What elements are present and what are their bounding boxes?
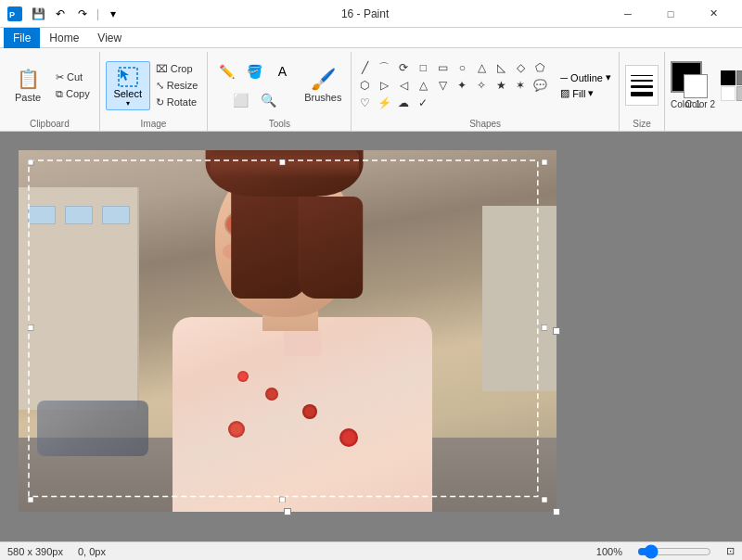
- bangs: [211, 150, 359, 178]
- shape-diamond[interactable]: ◇: [511, 59, 530, 76]
- app-icon: P: [7, 6, 22, 21]
- collar: [284, 328, 321, 356]
- status-bar: 580 x 390px 0, 0px 100% ⊡: [0, 541, 742, 560]
- undo-qa-button[interactable]: ↶: [50, 4, 70, 24]
- save-qa-button[interactable]: 💾: [28, 4, 48, 24]
- zoom-fit-icon[interactable]: ⊡: [726, 545, 735, 557]
- home-menu[interactable]: Home: [40, 28, 88, 48]
- canvas-area[interactable]: [0, 132, 742, 541]
- color-palette: [721, 70, 742, 101]
- window-1: [28, 206, 56, 224]
- shapes-grid: ╱ ⌒ ⟳ □ ▭ ○ △ ◺ ◇ ⬠ ⬡ ▷ ◁ △ ▽ ✦ ✧ ★ ✶ �: [355, 59, 549, 111]
- shape-4arrow[interactable]: ✦: [453, 77, 471, 94]
- zoom-slider[interactable]: [637, 544, 711, 559]
- shape-lightning[interactable]: ⚡: [375, 95, 393, 111]
- select-icon: [117, 66, 139, 88]
- size-line-3: [631, 85, 653, 88]
- shape-curve[interactable]: ⌒: [375, 59, 393, 76]
- clipboard-small-group: ✂ Cut ⧉ Copy: [52, 57, 94, 114]
- view-menu[interactable]: View: [88, 28, 131, 48]
- shape-triangle[interactable]: △: [472, 59, 491, 76]
- color-picker-tool[interactable]: 🔍: [255, 87, 281, 113]
- shape-right-arrow[interactable]: ▷: [375, 77, 393, 94]
- rotate-button[interactable]: ↻ Rotate: [152, 95, 202, 110]
- copy-icon: ⧉: [56, 88, 63, 100]
- svg-text:P: P: [9, 10, 15, 19]
- shape-right-triangle[interactable]: ◺: [492, 59, 510, 76]
- cursor-position: 0, 0px: [78, 546, 106, 557]
- canvas-handle-br[interactable]: [553, 508, 560, 515]
- title-bar: P 💾 ↶ ↷ | ▾ 16 - Paint ─ □ ✕: [0, 0, 742, 28]
- svg-marker-3: [121, 70, 129, 81]
- color2-box[interactable]: [684, 74, 708, 98]
- qa-divider: |: [96, 7, 99, 20]
- shape-line[interactable]: ╱: [355, 59, 374, 76]
- flower-1: [228, 421, 245, 438]
- size-selector[interactable]: [625, 65, 659, 106]
- palette-color-0[interactable]: [721, 70, 736, 85]
- clipboard-group: 📋 Paste ✂ Cut ⧉ Copy Clipboard: [0, 52, 100, 131]
- shapes-label: Shapes: [469, 119, 501, 131]
- size-content: [625, 54, 659, 117]
- shape-pentagon[interactable]: ⬠: [531, 59, 549, 76]
- shape-rect-round[interactable]: ▭: [433, 59, 452, 76]
- shape-callout[interactable]: 💬: [531, 77, 549, 94]
- size-group: Size: [620, 52, 665, 131]
- maximize-button[interactable]: □: [649, 0, 692, 28]
- fill-button[interactable]: ▨ Fill ▾: [556, 86, 615, 100]
- woman-body: [154, 308, 451, 512]
- pencil-tool[interactable]: ✏️: [213, 58, 239, 84]
- shape-hex[interactable]: ⬡: [355, 77, 374, 94]
- flower-2: [265, 388, 278, 401]
- shape-heart[interactable]: ♡: [355, 95, 374, 111]
- canvas-image[interactable]: [19, 150, 556, 512]
- shape-cloud[interactable]: ☁: [394, 95, 413, 111]
- resize-button[interactable]: ⤡ Resize: [152, 78, 202, 94]
- palette-color-11[interactable]: [736, 86, 742, 101]
- cut-icon: ✂: [56, 71, 64, 83]
- shape-check[interactable]: ✓: [414, 95, 432, 111]
- canvas-handle-bm[interactable]: [284, 508, 291, 515]
- image-content: Select ▾ ⌧ Crop ⤡ Resize ↻ Rotate: [106, 54, 202, 117]
- canvas-handle-mr[interactable]: [553, 327, 560, 335]
- color-group: Color 1 Color 2 Colors: [665, 52, 742, 131]
- size-line-4: [631, 92, 653, 96]
- shape-down-arrow[interactable]: ▽: [433, 77, 452, 94]
- crop-button[interactable]: ⌧ Crop: [152, 61, 202, 77]
- shape-rect[interactable]: □: [414, 59, 432, 76]
- fill-tool[interactable]: 🪣: [241, 58, 267, 84]
- brushes-button[interactable]: 🖌️ Brushes: [301, 57, 345, 114]
- building-right: [482, 206, 556, 391]
- shape-freeform[interactable]: ⟳: [394, 59, 413, 76]
- palette-color-1[interactable]: [736, 70, 742, 85]
- rotate-icon: ↻: [156, 96, 164, 108]
- select-button[interactable]: Select ▾: [106, 61, 150, 110]
- text-tool[interactable]: A: [269, 58, 295, 84]
- shape-star5[interactable]: ★: [492, 77, 510, 94]
- image-label: Image: [141, 119, 167, 131]
- outline-button[interactable]: ─ Outline ▾: [556, 70, 615, 84]
- shape-up-arrow[interactable]: △: [414, 77, 432, 94]
- image-group: Select ▾ ⌧ Crop ⤡ Resize ↻ Rotate Ima: [100, 52, 209, 131]
- window-controls: ─ □ ✕: [607, 0, 735, 28]
- qa-dropdown-button[interactable]: ▾: [103, 4, 123, 24]
- redo-qa-button[interactable]: ↷: [72, 4, 93, 24]
- shape-left-arrow[interactable]: ◁: [394, 77, 413, 94]
- copy-button[interactable]: ⧉ Copy: [52, 86, 94, 102]
- palette-color-10[interactable]: [721, 86, 736, 101]
- shape-star6[interactable]: ✶: [511, 77, 530, 94]
- fill-icon: ▨: [560, 87, 569, 99]
- outline-fill-controls: ─ Outline ▾ ▨ Fill ▾: [556, 70, 615, 100]
- color2-label: Color 2: [685, 99, 715, 109]
- cut-button[interactable]: ✂ Cut: [52, 70, 94, 85]
- file-menu[interactable]: File: [4, 28, 40, 48]
- eraser-tool[interactable]: ⬜: [227, 87, 253, 113]
- paste-button[interactable]: 📋 Paste: [6, 57, 50, 114]
- flower-3: [302, 404, 317, 419]
- shape-ellipse[interactable]: ○: [453, 59, 471, 76]
- minimize-button[interactable]: ─: [607, 0, 649, 28]
- close-button[interactable]: ✕: [692, 0, 735, 28]
- car-blurred: [37, 401, 148, 456]
- quick-access-toolbar: 💾 ↶ ↷ | ▾: [28, 4, 123, 24]
- shape-star4[interactable]: ✧: [472, 77, 491, 94]
